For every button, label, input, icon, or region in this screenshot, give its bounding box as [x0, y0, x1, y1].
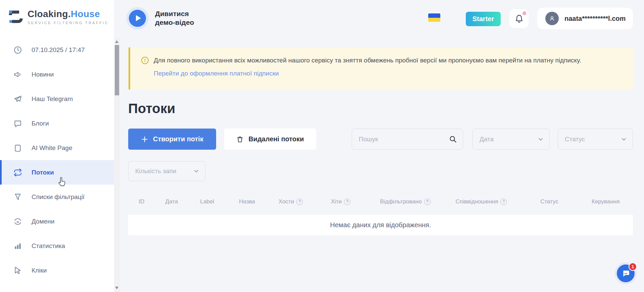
- table-empty-state: Немає даних для відображення.: [128, 215, 633, 235]
- chevron-down-icon: [537, 136, 544, 143]
- chat-widget-icon: [622, 269, 630, 278]
- brand-logo[interactable]: Cloaking.House SERVICE FILTERING TRAFFIC: [9, 9, 109, 25]
- filter-icon: [13, 193, 22, 201]
- brand-logo-icon: [9, 9, 23, 25]
- streams-icon: [13, 168, 22, 177]
- column-hosts: Хости: [268, 198, 313, 205]
- column-filtered: Відфільтровано: [368, 198, 443, 205]
- sidebar-item-label: 07.10.2025 / 17:47: [32, 46, 85, 54]
- chevron-down-icon: [193, 168, 200, 175]
- trial-warning-banner: ! Для повного використання всіх можливос…: [129, 47, 633, 90]
- page-icon: [13, 144, 22, 152]
- sidebar-item-blogs[interactable]: Блоги: [0, 111, 114, 136]
- sidebar-item-streams[interactable]: Потоки: [0, 160, 114, 185]
- sidebar-item-label: Домени: [32, 218, 54, 225]
- deleted-streams-button[interactable]: Видалені потоки: [224, 129, 316, 150]
- avatar: [545, 12, 559, 25]
- column-ratio: Співвідношення: [443, 198, 520, 205]
- stats-icon: [13, 242, 22, 250]
- svg-text:w: w: [16, 220, 19, 223]
- telegram-icon: [13, 95, 22, 103]
- date-filter-label: Дата: [480, 136, 494, 143]
- sidebar-item-label: Статистика: [32, 242, 65, 250]
- help-icon[interactable]: [500, 199, 507, 205]
- scrollbar-up-arrow[interactable]: [115, 40, 118, 43]
- help-icon[interactable]: [296, 199, 303, 205]
- watch-demo-label: Дивитися демо-відео: [155, 9, 200, 27]
- chat-bubble-icon: [13, 119, 22, 128]
- brand-name: Cloaking.House: [28, 9, 109, 19]
- sidebar-item-label: Наш Telegram: [32, 95, 73, 103]
- date-filter-select[interactable]: Дата: [473, 129, 550, 150]
- watch-demo-button[interactable]: Дивитися демо-відео: [129, 9, 200, 27]
- sidebar-nav: 07.10.2025 / 17:47 Новини Наш Telegram Б…: [0, 38, 114, 283]
- megaphone-icon: [13, 70, 22, 79]
- search-icon[interactable]: [449, 135, 457, 144]
- sidebar-item-label: Списки фільтрації: [32, 193, 85, 201]
- chat-widget-button[interactable]: 1: [617, 264, 635, 282]
- domains-icon: w: [13, 217, 22, 226]
- app-root: { "brand": { "name": "Cloaking.", "accen…: [0, 0, 644, 292]
- column-hits: Хіти: [313, 198, 368, 205]
- account-email: naata**********l.com: [564, 15, 626, 22]
- sidebar-item-statistics[interactable]: Статистика: [0, 234, 114, 258]
- create-stream-button[interactable]: Створити потік: [128, 129, 216, 150]
- language-flag-ukraine[interactable]: [428, 13, 440, 22]
- trash-icon: [236, 136, 244, 143]
- bell-icon: [514, 14, 524, 23]
- sidebar-item-label: Новини: [32, 71, 54, 78]
- sidebar-item-telegram[interactable]: Наш Telegram: [0, 87, 114, 111]
- account-menu[interactable]: naata**********l.com: [537, 8, 633, 29]
- plan-badge-button[interactable]: Starter: [466, 12, 501, 26]
- status-filter-select[interactable]: Статус: [558, 129, 633, 150]
- sidebar-item-label: AI White Page: [32, 144, 72, 152]
- scrollbar-down-arrow[interactable]: [115, 287, 118, 289]
- table-header: ID Дата Label Назва Хости Хіти Відфільтр…: [128, 193, 633, 210]
- records-count-select[interactable]: Кількість запи: [128, 161, 205, 181]
- brand-text: Cloaking.House SERVICE FILTERING TRAFFIC: [28, 9, 109, 25]
- brand-tagline: SERVICE FILTERING TRAFFIC: [28, 21, 109, 25]
- subscription-link[interactable]: Перейти до оформлення платної підписки: [154, 70, 279, 77]
- plus-icon: [141, 136, 148, 143]
- column-actions: Керування: [579, 198, 632, 205]
- records-count-label: Кількість запи: [135, 167, 176, 175]
- sidebar-item-domains[interactable]: w Домени: [0, 209, 114, 234]
- column-id: ID: [128, 198, 155, 205]
- deleted-streams-label: Видалені потоки: [248, 135, 304, 143]
- search-box: [352, 129, 463, 150]
- column-name: Назва: [226, 198, 268, 205]
- chat-unread-badge: 1: [629, 262, 637, 271]
- cursor-icon: [13, 266, 22, 275]
- help-icon[interactable]: [344, 199, 350, 205]
- sidebar-item-filter-lists[interactable]: Списки фільтрації: [0, 185, 114, 209]
- sidebar-item-clicks[interactable]: Кліки: [0, 258, 114, 283]
- trial-warning-text: Для повного використання всіх можливосте…: [154, 56, 581, 65]
- play-icon[interactable]: [129, 10, 146, 27]
- sidebar-item-label: Кліки: [32, 267, 47, 274]
- scrollbar-thumb[interactable]: [115, 45, 119, 95]
- status-filter-label: Статус: [565, 136, 585, 143]
- sidebar-item-datetime: 07.10.2025 / 17:47: [0, 38, 114, 62]
- sidebar-item-ai-white-page[interactable]: AI White Page: [0, 136, 114, 160]
- column-date: Дата: [155, 198, 188, 205]
- sidebar-scrollbar: [114, 38, 120, 292]
- clock-icon: [13, 46, 22, 54]
- column-status: Статус: [520, 198, 579, 205]
- chevron-down-icon: [621, 136, 627, 143]
- create-stream-label: Створити потік: [153, 135, 203, 143]
- sidebar-item-label: Потоки: [32, 169, 54, 176]
- sidebar: Cloaking.House SERVICE FILTERING TRAFFIC…: [0, 0, 114, 292]
- sidebar-item-news[interactable]: Новини: [0, 62, 114, 87]
- sidebar-item-label: Блоги: [32, 120, 49, 127]
- help-icon[interactable]: [424, 199, 431, 205]
- notifications-button[interactable]: [509, 9, 529, 28]
- warning-icon: !: [141, 57, 149, 64]
- notification-dot: [523, 11, 526, 15]
- search-input[interactable]: [352, 129, 463, 149]
- page-title: Потоки: [128, 101, 175, 116]
- column-label: Label: [188, 198, 226, 205]
